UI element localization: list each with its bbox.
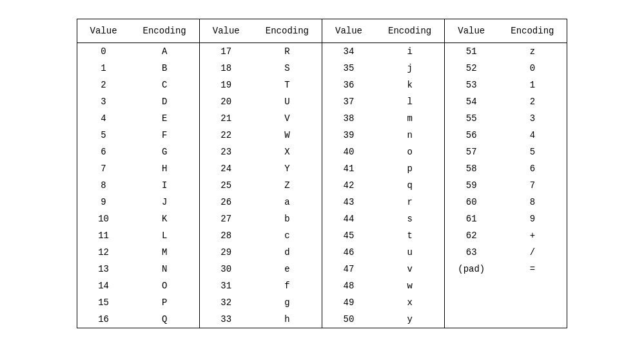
- cell-encoding-4-0: E: [130, 110, 200, 127]
- cell-encoding-16-0: Q: [130, 311, 200, 328]
- cell-value-16-2: 50: [322, 311, 376, 328]
- cell-value-9-3: 60: [445, 194, 498, 211]
- cell-value-16-3: [445, 311, 498, 328]
- cell-value-3-1: 20: [199, 93, 253, 110]
- cell-value-7-3: 58: [445, 160, 498, 177]
- cell-encoding-2-3: 1: [498, 77, 567, 93]
- cell-encoding-5-3: 4: [498, 127, 567, 144]
- cell-encoding-10-0: K: [130, 211, 200, 227]
- col-header-value-4: Value: [445, 19, 498, 43]
- cell-encoding-1-0: B: [130, 60, 200, 77]
- cell-encoding-14-3: [498, 277, 567, 294]
- cell-value-16-1: 33: [199, 311, 253, 328]
- table-row: 0A17R34i51z: [77, 43, 567, 61]
- cell-value-6-3: 57: [445, 144, 498, 160]
- col-header-value-3: Value: [322, 19, 376, 43]
- cell-value-6-0: 6: [77, 144, 130, 160]
- cell-value-5-3: 56: [445, 127, 498, 144]
- cell-encoding-8-3: 7: [498, 177, 567, 194]
- cell-value-16-0: 16: [77, 311, 130, 328]
- cell-value-0-3: 51: [445, 43, 498, 61]
- cell-value-11-1: 28: [199, 227, 253, 244]
- cell-value-2-0: 2: [77, 77, 130, 93]
- cell-encoding-6-0: G: [130, 144, 200, 160]
- col-header-value-2: Value: [199, 19, 253, 43]
- cell-value-9-0: 9: [77, 194, 130, 211]
- cell-value-13-1: 30: [199, 261, 253, 277]
- cell-value-10-0: 10: [77, 211, 130, 227]
- header-row: Value Encoding Value Encoding Value Enco…: [77, 19, 567, 43]
- cell-encoding-12-1: d: [253, 244, 322, 261]
- cell-encoding-11-1: c: [253, 227, 322, 244]
- cell-encoding-16-2: y: [375, 311, 445, 328]
- table-row: 5F22W39n564: [77, 127, 567, 144]
- cell-encoding-1-1: S: [253, 60, 322, 77]
- table-row: 10K27b44s619: [77, 211, 567, 227]
- table-row: 12M29d46u63/: [77, 244, 567, 261]
- cell-encoding-7-0: H: [130, 160, 200, 177]
- cell-encoding-13-2: v: [375, 261, 445, 277]
- cell-encoding-13-0: N: [130, 261, 200, 277]
- cell-value-15-3: [445, 294, 498, 311]
- cell-value-9-1: 26: [199, 194, 253, 211]
- cell-encoding-14-1: f: [253, 277, 322, 294]
- cell-value-3-2: 37: [322, 93, 376, 110]
- cell-value-9-2: 43: [322, 194, 376, 211]
- cell-encoding-16-3: [498, 311, 567, 328]
- table-row: 3D20U37l542: [77, 93, 567, 110]
- cell-value-12-1: 29: [199, 244, 253, 261]
- cell-value-0-1: 17: [199, 43, 253, 61]
- cell-encoding-1-2: j: [375, 60, 445, 77]
- cell-encoding-2-1: T: [253, 77, 322, 93]
- cell-encoding-8-1: Z: [253, 177, 322, 194]
- cell-encoding-5-2: n: [375, 127, 445, 144]
- cell-value-7-0: 7: [77, 160, 130, 177]
- cell-value-1-1: 18: [199, 60, 253, 77]
- cell-value-10-1: 27: [199, 211, 253, 227]
- table-row: 4E21V38m553: [77, 110, 567, 127]
- cell-value-7-2: 41: [322, 160, 376, 177]
- cell-encoding-8-0: I: [130, 177, 200, 194]
- cell-encoding-1-3: 0: [498, 60, 567, 77]
- cell-encoding-12-2: u: [375, 244, 445, 261]
- cell-value-4-1: 21: [199, 110, 253, 127]
- cell-encoding-9-2: r: [375, 194, 445, 211]
- cell-encoding-2-0: C: [130, 77, 200, 93]
- cell-encoding-4-1: V: [253, 110, 322, 127]
- cell-value-1-2: 35: [322, 60, 376, 77]
- cell-encoding-2-2: k: [375, 77, 445, 93]
- cell-value-14-3: [445, 277, 498, 294]
- table-row: 2C19T36k531: [77, 77, 567, 93]
- cell-value-12-0: 12: [77, 244, 130, 261]
- cell-value-15-2: 49: [322, 294, 376, 311]
- cell-value-10-3: 61: [445, 211, 498, 227]
- cell-encoding-0-2: i: [375, 43, 445, 61]
- cell-encoding-12-0: M: [130, 244, 200, 261]
- cell-encoding-13-1: e: [253, 261, 322, 277]
- cell-encoding-5-1: W: [253, 127, 322, 144]
- cell-value-4-2: 38: [322, 110, 376, 127]
- cell-value-8-2: 42: [322, 177, 376, 194]
- cell-encoding-0-0: A: [130, 43, 200, 61]
- cell-value-11-0: 11: [77, 227, 130, 244]
- cell-value-12-2: 46: [322, 244, 376, 261]
- cell-encoding-10-1: b: [253, 211, 322, 227]
- cell-value-1-0: 1: [77, 60, 130, 77]
- cell-encoding-4-3: 3: [498, 110, 567, 127]
- cell-encoding-0-3: z: [498, 43, 567, 61]
- cell-value-14-0: 14: [77, 277, 130, 294]
- cell-value-13-3: (pad): [445, 261, 498, 277]
- base64-encoding-table: Value Encoding Value Encoding Value Enco…: [77, 19, 567, 328]
- cell-value-13-2: 47: [322, 261, 376, 277]
- cell-value-4-3: 55: [445, 110, 498, 127]
- cell-value-4-0: 4: [77, 110, 130, 127]
- cell-encoding-10-3: 9: [498, 211, 567, 227]
- cell-encoding-0-1: R: [253, 43, 322, 61]
- table-body: 0A17R34i51z1B18S35j5202C19T36k5313D20U37…: [77, 43, 567, 328]
- cell-value-6-1: 23: [199, 144, 253, 160]
- cell-encoding-3-2: l: [375, 93, 445, 110]
- cell-value-0-0: 0: [77, 43, 130, 61]
- col-header-encoding-3: Encoding: [375, 19, 445, 43]
- cell-encoding-7-3: 6: [498, 160, 567, 177]
- cell-encoding-12-3: /: [498, 244, 567, 261]
